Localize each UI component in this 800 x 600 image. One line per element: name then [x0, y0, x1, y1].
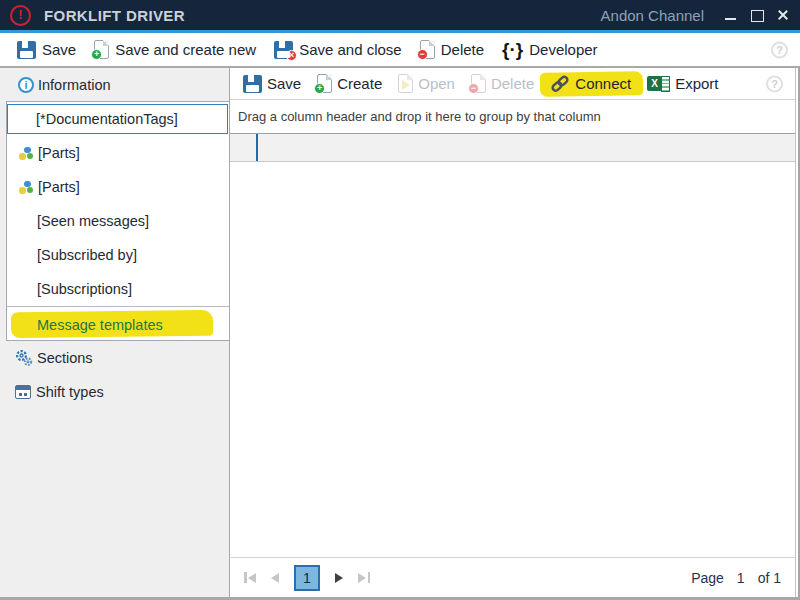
main-toolbar: Save + Save and create new × Save and cl… [0, 33, 800, 66]
last-page-icon [358, 573, 366, 583]
detail-toolbar: Save + Create Open − Delete [230, 68, 795, 100]
save-button[interactable]: Save [8, 33, 85, 66]
page-label: Page [691, 570, 724, 586]
detail-panel: Save + Create Open − Delete [230, 68, 795, 597]
window-right-frame [795, 68, 800, 597]
detail-create-button[interactable]: + Create [309, 70, 390, 98]
detail-connect-label: Connect [575, 75, 631, 92]
window-title: FORKLIFT DRIVER [44, 7, 185, 24]
detail-delete-button[interactable]: − Delete [463, 70, 542, 98]
save-create-label: Save and create new [115, 41, 256, 58]
sidebar-item-label: [Seen messages] [37, 213, 149, 229]
groupby-hint: Drag a column header and drop it here to… [238, 109, 601, 124]
delete-button[interactable]: − Delete [411, 33, 493, 66]
detail-delete-label: Delete [491, 75, 534, 92]
content-area: i Information [*DocumentationTags] [Part… [0, 68, 800, 597]
page-indicator: Page 1 of 1 [691, 570, 781, 586]
sidebar-item-label: Shift types [36, 384, 104, 400]
selection-box: [*DocumentationTags] [7, 104, 228, 134]
first-page-button[interactable] [244, 572, 256, 583]
sidebar-item-documentation-tags[interactable]: [*DocumentationTags] [7, 102, 229, 136]
save-close-label: Save and close [299, 41, 402, 58]
developer-braces-icon: {·} [502, 40, 523, 59]
developer-label: Developer [529, 41, 597, 58]
app-window: ! FORKLIFT DRIVER Andon Channel Save + S… [0, 0, 800, 600]
sidebar-item-subscribed-by[interactable]: [Subscribed by] [7, 238, 229, 272]
help-icon[interactable]: ? [771, 41, 788, 58]
gears-icon [15, 349, 33, 367]
save-and-create-new-button[interactable]: + Save and create new [85, 33, 265, 66]
detail-save-button[interactable]: Save [235, 70, 309, 98]
parts-icon [19, 147, 33, 160]
chain-link-icon [550, 74, 570, 94]
detail-export-label: Export [675, 75, 718, 92]
channel-label: Andon Channel [601, 7, 704, 24]
detail-create-label: Create [337, 75, 382, 92]
sidebar: i Information [*DocumentationTags] [Part… [0, 68, 230, 597]
page-number: 1 [737, 570, 745, 586]
parts-icon [19, 181, 33, 194]
sidebar-item-information[interactable]: i Information [0, 70, 229, 100]
delete-document-icon: − [471, 74, 486, 93]
detail-connect-button[interactable]: Connect [542, 70, 639, 98]
delete-document-icon: − [420, 40, 435, 59]
floppy-close-icon: × [274, 41, 293, 59]
spreadsheet-glyph [661, 76, 670, 92]
next-page-button[interactable] [335, 573, 343, 583]
plus-badge-icon: + [91, 49, 102, 60]
grid-body [230, 162, 795, 557]
last-page-button[interactable] [358, 572, 370, 583]
sidebar-item-subscriptions[interactable]: [Subscriptions] [7, 272, 229, 306]
open-document-icon [398, 74, 413, 93]
developer-button[interactable]: {·} Developer [493, 33, 607, 66]
info-icon: i [18, 77, 34, 93]
save-and-close-button[interactable]: × Save and close [265, 33, 411, 66]
sidebar-item-seen-messages[interactable]: [Seen messages] [7, 204, 229, 238]
sidebar-item-shift-types[interactable]: Shift types [0, 375, 229, 409]
sidebar-item-sections[interactable]: Sections [0, 341, 229, 375]
floppy-save-icon [17, 41, 36, 59]
sidebar-item-label: [Subscribed by] [37, 247, 137, 263]
current-page-button[interactable]: 1 [294, 565, 320, 591]
column-divider [256, 134, 258, 161]
window-controls [724, 8, 790, 22]
sidebar-item-label: [*DocumentationTags] [36, 111, 178, 127]
excel-export-icon: X [647, 76, 670, 92]
minimize-icon[interactable] [724, 8, 738, 22]
previous-page-icon [271, 573, 279, 583]
sidebar-item-label: Sections [37, 350, 93, 366]
detail-export-button[interactable]: X Export [639, 70, 726, 98]
sidebar-item-parts-2[interactable]: [Parts] [7, 170, 229, 204]
maximize-icon[interactable] [750, 8, 764, 22]
save-label: Save [42, 41, 76, 58]
detail-open-button[interactable]: Open [390, 70, 463, 98]
close-icon[interactable] [776, 8, 790, 22]
delete-label: Delete [441, 41, 484, 58]
sidebar-item-label: Message templates [37, 317, 163, 333]
sidebar-item-label: [Parts] [38, 179, 80, 195]
first-page-icon [248, 573, 256, 583]
detail-save-label: Save [267, 75, 301, 92]
pager: 1 Page 1 of 1 [230, 557, 795, 597]
help-icon[interactable]: ? [766, 75, 783, 92]
sidebar-item-label: [Subscriptions] [37, 281, 132, 297]
first-page-icon [244, 572, 247, 583]
grid-header[interactable] [230, 133, 795, 162]
plus-badge-icon: + [314, 83, 325, 94]
previous-page-button[interactable] [271, 573, 279, 583]
page-of-label: of 1 [758, 570, 781, 586]
cross-badge-icon: × [286, 50, 297, 61]
minus-badge-icon: − [468, 83, 479, 94]
new-document-icon: + [94, 40, 109, 59]
groupby-drop-zone[interactable]: Drag a column header and drop it here to… [230, 100, 795, 133]
sidebar-group: [*DocumentationTags] [Parts] [Parts] [Se… [6, 101, 229, 341]
sidebar-item-label: Information [38, 77, 111, 93]
minus-badge-icon: − [417, 49, 428, 60]
floppy-save-icon [243, 75, 262, 93]
titlebar: ! FORKLIFT DRIVER Andon Channel [0, 0, 800, 30]
new-document-icon: + [317, 74, 332, 93]
sidebar-item-parts-1[interactable]: [Parts] [7, 136, 229, 170]
detail-open-label: Open [418, 75, 455, 92]
alert-icon: ! [10, 5, 31, 26]
sidebar-item-message-templates[interactable]: Message templates [7, 306, 229, 342]
